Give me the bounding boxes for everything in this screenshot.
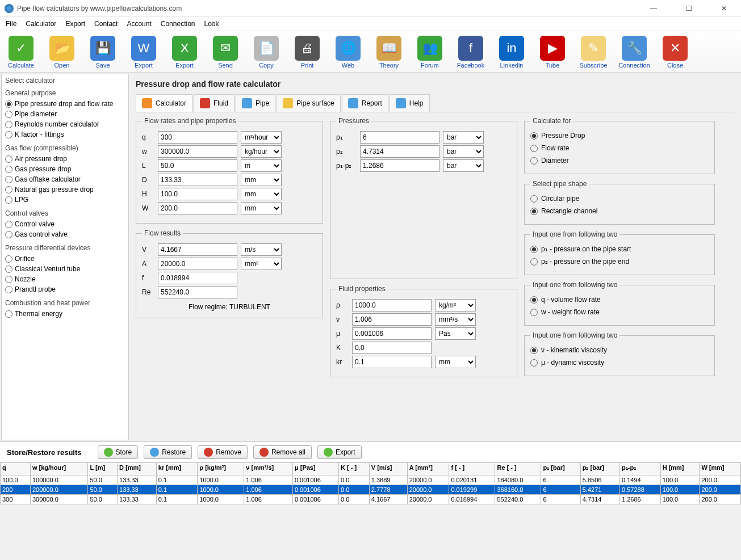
- dp-input[interactable]: [360, 159, 439, 172]
- table-row[interactable]: 300300000.050.0133.330.11000.01.0060.001…: [1, 495, 741, 504]
- tool-print[interactable]: 🖨Print: [291, 36, 324, 69]
- tool-send[interactable]: ✉Send: [209, 36, 242, 69]
- tool-export[interactable]: XExport: [168, 36, 201, 69]
- A-unit[interactable]: mm²: [241, 258, 282, 270]
- tab-report[interactable]: Report: [342, 94, 388, 112]
- col-header[interactable]: p₂ [bar]: [580, 463, 619, 475]
- w-unit[interactable]: kg/hour: [241, 145, 282, 158]
- tool-subscribe[interactable]: ✎Subscribe: [577, 36, 610, 69]
- minimize-button[interactable]: —: [641, 1, 666, 16]
- btn-remove[interactable]: Remove: [198, 445, 248, 459]
- tab-help[interactable]: Help: [390, 94, 430, 112]
- p2-unit[interactable]: bar: [443, 145, 484, 158]
- V-unit[interactable]: m/s: [241, 243, 282, 256]
- option[interactable]: p₁ - pressure on the pipe start: [530, 243, 709, 255]
- kr-input[interactable]: [352, 356, 432, 368]
- tab-fluid[interactable]: Fluid: [194, 94, 235, 112]
- tool-export[interactable]: WExport: [127, 36, 160, 69]
- H-unit[interactable]: mm: [241, 188, 282, 200]
- sidebar-item[interactable]: Air pressure drop: [5, 154, 125, 164]
- option[interactable]: Flow rate: [530, 142, 709, 154]
- nu-unit[interactable]: mm²/s: [435, 313, 476, 326]
- sidebar-item[interactable]: Pipe pressure drop and flow rate: [5, 99, 125, 109]
- option[interactable]: μ - dynamic viscosity: [530, 356, 709, 369]
- sidebar-item[interactable]: Gas control valve: [5, 229, 125, 239]
- tab-pipe-surface[interactable]: Pipe surface: [277, 94, 341, 112]
- col-header[interactable]: kr [mm]: [156, 463, 198, 475]
- table-row[interactable]: 200200000.050.0133.330.11000.01.0060.001…: [1, 485, 741, 495]
- D-input[interactable]: [158, 174, 237, 186]
- p1-unit[interactable]: bar: [443, 131, 484, 144]
- col-header[interactable]: V [m/s]: [369, 463, 407, 475]
- L-input[interactable]: [158, 159, 237, 172]
- sidebar-item[interactable]: Orifice: [5, 254, 125, 264]
- q-input[interactable]: [158, 131, 237, 144]
- option[interactable]: p₂ - pressure on the pipe end: [530, 255, 709, 268]
- A-input[interactable]: [158, 258, 237, 270]
- col-header[interactable]: w [kg/hour]: [30, 463, 88, 475]
- tool-web[interactable]: 🌐Web: [332, 36, 365, 69]
- menu-item-account[interactable]: Account: [123, 18, 154, 30]
- option[interactable]: ν - kinematic viscosity: [530, 344, 709, 356]
- V-input[interactable]: [158, 243, 237, 256]
- menu-item-export[interactable]: Export: [62, 18, 89, 30]
- col-header[interactable]: ρ [kg/m³]: [198, 463, 244, 475]
- option[interactable]: Circular pipe: [530, 192, 709, 205]
- Re-input[interactable]: [158, 286, 237, 298]
- sidebar-item[interactable]: Gas pressure drop: [5, 164, 125, 174]
- tool-linkedin[interactable]: inLinkedin: [495, 36, 528, 69]
- D-unit[interactable]: mm: [241, 174, 282, 186]
- col-header[interactable]: D [mm]: [118, 463, 157, 475]
- option[interactable]: w - weight flow rate: [530, 306, 709, 318]
- H-input[interactable]: [158, 188, 237, 200]
- menu-item-contact[interactable]: Contact: [91, 18, 121, 30]
- mu-input[interactable]: [352, 327, 432, 340]
- maximize-button[interactable]: ☐: [676, 1, 701, 16]
- col-header[interactable]: p₁-p₂: [620, 463, 661, 475]
- col-header[interactable]: μ [Pas]: [292, 463, 338, 475]
- kr-unit[interactable]: mm: [435, 356, 476, 368]
- tool-forum[interactable]: 👥Forum: [413, 36, 446, 69]
- col-header[interactable]: W [mm]: [700, 463, 741, 475]
- col-header[interactable]: L [m]: [88, 463, 118, 475]
- sidebar-item[interactable]: Prandtl probe: [5, 284, 125, 294]
- dp-unit[interactable]: bar: [443, 159, 484, 172]
- sidebar-item[interactable]: LPG: [5, 195, 125, 205]
- col-header[interactable]: ν [mm²/s]: [244, 463, 293, 475]
- col-header[interactable]: q: [1, 463, 31, 475]
- L-unit[interactable]: m: [241, 159, 282, 172]
- K-input[interactable]: [352, 342, 432, 354]
- tool-save[interactable]: 💾Save: [86, 36, 119, 69]
- tool-calculate[interactable]: ✓Calculate: [5, 36, 37, 69]
- p1-input[interactable]: [360, 131, 439, 144]
- col-header[interactable]: K [ - ]: [338, 463, 369, 475]
- btn-export[interactable]: Export: [317, 445, 362, 459]
- p2-input[interactable]: [360, 145, 439, 158]
- sidebar-item[interactable]: Classical Venturi tube: [5, 264, 125, 274]
- tool-facebook[interactable]: fFacebook: [454, 36, 487, 69]
- menu-item-connection[interactable]: Connection: [157, 18, 199, 30]
- menu-item-look[interactable]: Look: [201, 18, 223, 30]
- W-unit[interactable]: mm: [241, 202, 282, 214]
- tool-close[interactable]: ✕Close: [659, 36, 692, 69]
- tool-theory[interactable]: 📖Theory: [372, 36, 405, 69]
- f-input[interactable]: [158, 272, 237, 284]
- table-row[interactable]: 100.0100000.050.0133.330.11000.01.0060.0…: [1, 475, 741, 485]
- col-header[interactable]: f [ - ]: [449, 463, 495, 475]
- sidebar-item[interactable]: Reynolds number calculator: [5, 119, 125, 129]
- sidebar-item[interactable]: Pipe diameter: [5, 109, 125, 119]
- tool-open[interactable]: 📂Open: [45, 36, 78, 69]
- col-header[interactable]: A [mm²]: [407, 463, 449, 475]
- mu-unit[interactable]: Pas: [435, 327, 476, 340]
- menu-item-file[interactable]: File: [2, 18, 20, 30]
- sidebar-item[interactable]: Gas offtake calculator: [5, 174, 125, 184]
- nu-input[interactable]: [352, 313, 432, 326]
- menu-item-calculator[interactable]: Calculator: [22, 18, 60, 30]
- rho-unit[interactable]: kg/m³: [435, 299, 476, 311]
- option[interactable]: Diameter: [530, 154, 709, 167]
- btn-restore[interactable]: Restore: [144, 445, 192, 459]
- sidebar-item[interactable]: K factor - fittings: [5, 129, 125, 140]
- option[interactable]: q - volume flow rate: [530, 293, 709, 306]
- sidebar-item[interactable]: Control valve: [5, 219, 125, 229]
- sidebar-item[interactable]: Nozzle: [5, 274, 125, 284]
